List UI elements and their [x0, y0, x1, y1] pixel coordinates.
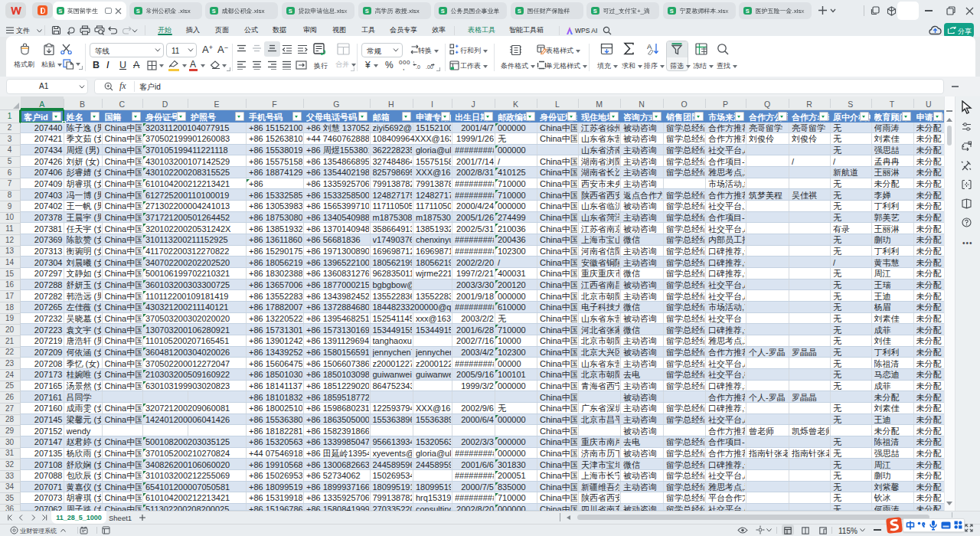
svg-text:.00: .00	[426, 64, 433, 70]
svg-text:A: A	[647, 42, 652, 51]
svg-text:.0: .0	[416, 64, 420, 70]
